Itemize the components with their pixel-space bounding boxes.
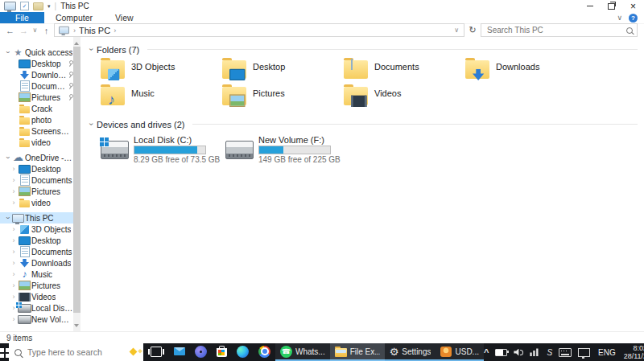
sidebar-item[interactable]: Desktop [0,235,80,246]
network-icon[interactable] [530,348,540,356]
expand-ribbon-icon[interactable]: ∨ [617,14,622,22]
group-name[interactable]: Folders (7) [97,45,139,55]
volume-icon[interactable] [514,349,523,356]
explorer-search-box[interactable] [481,23,638,37]
address-bar[interactable]: › This PC › ∨ [54,23,464,37]
tab-file[interactable]: File [0,12,44,23]
sidebar-item[interactable]: 3D Objects [0,224,80,235]
folder-tile[interactable]: Music [101,86,222,110]
taskbar-app[interactable]: Whats... [275,343,330,361]
expand-chevron-icon[interactable] [10,259,18,267]
recent-locations-icon[interactable]: ∨ [31,27,39,34]
start-button[interactable] [0,343,9,361]
sidebar-item[interactable]: Desktop [0,163,80,174]
sidebar-item[interactable]: video [0,197,80,208]
taskbar-app[interactable] [143,343,169,361]
expand-chevron-icon[interactable] [3,214,11,222]
folder-tile[interactable]: 3D Objects [101,59,222,84]
collapse-group-icon[interactable]: › [87,121,96,129]
sidebar-item[interactable]: Crack [0,103,80,114]
forward-button[interactable]: → [18,26,30,35]
expand-chevron-icon[interactable] [10,315,18,323]
expand-chevron-icon[interactable] [10,225,18,233]
expand-chevron-icon[interactable] [10,293,18,301]
sidebar-item[interactable]: photo [0,114,80,125]
back-button[interactable]: ← [4,26,16,35]
expand-chevron-icon[interactable] [10,270,18,278]
sidebar-item[interactable]: Downloads [0,69,80,80]
touch-keyboard-icon[interactable] [559,348,572,357]
breadcrumb-separator[interactable]: › [114,27,116,35]
sidebar-item[interactable]: Videos [0,291,80,302]
address-dropdown-icon[interactable]: ∨ [454,27,460,34]
sidebar-item[interactable]: Pictures [0,92,80,103]
sidebar-item[interactable]: Pictures [0,280,80,291]
group-name[interactable]: Devices and drives (2) [97,120,184,129]
refresh-icon[interactable]: ↻ [466,25,479,35]
battery-icon[interactable] [495,349,507,356]
taskbar-app[interactable] [254,343,275,361]
sidebar-item[interactable]: Music [0,269,80,280]
minimize-button[interactable] [579,0,601,12]
sidebar-item[interactable]: Documents [0,246,80,257]
expand-chevron-icon[interactable] [10,248,18,256]
close-button[interactable]: × [622,0,644,12]
taskbar-app[interactable] [190,343,212,361]
expand-chevron-icon[interactable] [3,48,11,56]
drive-tile[interactable]: Local Disk (C:) 8.29 GB free of 73.5 GB [101,135,225,164]
new-folder-qat-icon[interactable] [33,2,43,10]
sidebar-item[interactable]: Quick access [0,47,80,58]
qat-dropdown-icon[interactable]: ▾ [47,3,51,10]
sidebar-item[interactable]: Documents [0,80,80,92]
expand-chevron-icon[interactable] [10,236,18,244]
collapse-group-icon[interactable]: › [87,46,96,54]
taskbar-app[interactable]: Settings [385,343,436,361]
expand-chevron-icon[interactable] [10,187,18,195]
folder-tile[interactable]: Desktop [222,59,344,84]
sidebar-item[interactable]: Local Disk (C:) [0,302,80,314]
sidebar-item[interactable]: video [0,137,80,148]
sidebar-item[interactable]: Screenshots [0,125,80,137]
scrollbar-thumb[interactable] [73,47,80,313]
sidebar-item[interactable]: Pictures [0,186,80,197]
taskbar-app[interactable]: File Ex... [330,343,385,361]
up-button[interactable]: ↑ [40,26,52,35]
tab-computer[interactable]: Computer [44,12,104,23]
taskbar-search[interactable] [9,343,143,361]
breadcrumb[interactable]: This PC [79,26,110,35]
expand-chevron-icon[interactable] [3,154,11,162]
taskbar-search-input[interactable] [26,347,138,358]
folder-tile[interactable]: Videos [344,86,465,110]
explorer-search-input[interactable] [485,25,626,35]
scroll-down-icon[interactable] [74,324,79,330]
sidebar-item[interactable]: OneDrive - Personal [0,152,80,163]
taskbar-app[interactable] [169,343,190,361]
display-icon[interactable] [578,348,590,357]
drive-tile[interactable]: New Volume (F:) 149 GB free of 225 GB [225,135,350,164]
chevron-up-icon[interactable] [484,347,489,357]
expand-chevron-icon[interactable] [10,165,18,173]
expand-chevron-icon[interactable] [10,199,18,207]
taskbar-app[interactable] [232,343,254,361]
help-icon[interactable]: ? [629,14,638,23]
language-indicator[interactable]: ENG [597,348,617,357]
expand-chevron-icon[interactable] [10,176,18,184]
taskbar-app[interactable] [212,343,232,361]
sidebar-scrollbar[interactable] [73,37,80,332]
synaptics-icon[interactable] [547,347,552,357]
folder-tile[interactable]: Downloads [465,59,587,84]
folder-tile[interactable]: Documents [344,59,465,84]
sidebar-item[interactable]: This PC [0,212,80,224]
tab-view[interactable]: View [104,12,145,23]
taskbar-app[interactable]: USD... [436,343,483,361]
scroll-up-icon[interactable] [74,39,79,45]
taskbar-clock[interactable]: 8:02 pm 28/11/2024 [624,344,644,360]
properties-qat-icon[interactable]: ✓ [20,2,29,10]
folder-tile[interactable]: Pictures [222,86,344,110]
expand-chevron-icon[interactable] [10,281,18,289]
sidebar-item[interactable]: New Volume (F:) [0,314,80,325]
sidebar-item[interactable]: Documents [0,174,80,186]
restore-button[interactable] [601,0,622,12]
sidebar-item[interactable]: Desktop [0,58,80,69]
sidebar-item[interactable]: Downloads [0,257,80,269]
